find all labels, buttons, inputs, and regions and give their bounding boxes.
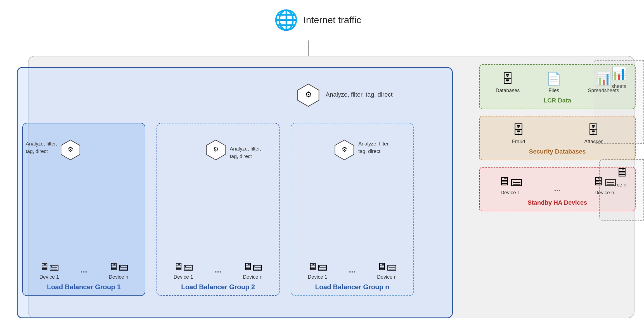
- fraud-db-icon: 🗄: [512, 123, 525, 137]
- lb-group-2: ⚙ Analyze, filter,tag, direct 🖥🖴 Device …: [157, 123, 280, 296]
- standby-device1: 🖥🖴 Device 1: [498, 174, 523, 196]
- lcr-databases: 🗄 Databases: [496, 72, 520, 94]
- lbn-router: ⚙: [333, 139, 356, 162]
- right-edge-box2: 🖥 ce n: [599, 159, 644, 221]
- right-edge-sheet-label: sheets: [611, 83, 626, 89]
- lb1-title: Load Balancer Group 1: [23, 283, 145, 291]
- lbn-devicen-icon: 🖥🖴: [377, 261, 397, 273]
- lb2-devicen-icon: 🖥🖴: [243, 261, 263, 273]
- diagram-container: 🌐 Internet traffic ⚙ Analyze, filter, ta…: [0, 0, 644, 325]
- security-title: Security Databases: [485, 148, 629, 155]
- lcr-db-icon: 🗄: [501, 72, 514, 86]
- lb2-router: ⚙: [205, 139, 227, 162]
- top-router-hex: ⚙: [296, 83, 321, 108]
- right-edge-sheet-icon: 📊: [611, 66, 627, 81]
- standby-dots: ...: [554, 184, 560, 196]
- lb2-device1: 🖥🖴 Device 1: [173, 261, 193, 280]
- svg-text:⚙: ⚙: [213, 146, 219, 153]
- right-edge-device-label: ce n: [617, 182, 626, 188]
- lb1-device1: 🖥🖴 Device 1: [39, 261, 59, 280]
- right-edge-content1: 📊 sheets: [594, 61, 643, 95]
- lb2-router-label: Analyze, filter,tag, direct: [230, 145, 261, 160]
- lb1-devices: 🖥🖴 Device 1 ... 🖥🖴 Device n: [23, 261, 145, 280]
- lb2-devicen: 🖥🖴 Device n: [243, 261, 263, 280]
- lb1-devicen: 🖥🖴 Device n: [108, 261, 129, 280]
- lbn-device1-icon: 🖥🖴: [307, 261, 328, 273]
- right-edge-content2: 🖥 ce n: [600, 160, 643, 193]
- security-fraud: 🗄 Fraud: [512, 123, 525, 145]
- lcr-files: 📄 Files: [546, 71, 562, 94]
- lbn-router-label: Analyze, filter,tag, direct: [358, 140, 390, 155]
- lb-group-n: ⚙ Analyze, filter,tag, direct 🖥🖴 Device …: [291, 123, 414, 296]
- lb-group-1: ⚙ Analyze, filter,tag, direct 🖥🖴 Device …: [22, 123, 145, 296]
- internet-section: 🌐 Internet traffic: [274, 8, 361, 31]
- lbn-devicen: 🖥🖴 Device n: [377, 261, 397, 280]
- lbn-title: Load Balancer Group n: [291, 283, 413, 291]
- top-router-label: Analyze, filter, tag, direct: [326, 91, 393, 98]
- lbn-dots: ...: [349, 266, 355, 280]
- lbn-devices: 🖥🖴 Device 1 ... 🖥🖴 Device n: [291, 261, 413, 280]
- right-edge-device-icon: 🖥: [615, 165, 628, 179]
- lb1-devicen-icon: 🖥🖴: [108, 261, 129, 273]
- internet-label: Internet traffic: [303, 15, 361, 25]
- lcr-file-icon: 📄: [546, 71, 562, 86]
- internet-icon: 🌐: [274, 8, 298, 31]
- lb1-dots: ...: [80, 266, 87, 280]
- svg-text:⚙: ⚙: [342, 146, 347, 153]
- svg-text:⚙: ⚙: [68, 146, 74, 153]
- lb2-devices: 🖥🖴 Device 1 ... 🖥🖴 Device n: [157, 261, 279, 280]
- lb1-router: ⚙: [59, 139, 82, 162]
- lb1-router-label: Analyze, filter,tag, direct: [26, 140, 57, 155]
- standby-device1-icon: 🖥🖴: [498, 174, 523, 188]
- lb2-dots: ...: [215, 266, 221, 280]
- lb2-title: Load Balancer Group 2: [157, 283, 279, 291]
- main-content: 🌐 Internet traffic ⚙ Analyze, filter, ta…: [0, 0, 644, 325]
- lb2-device1-icon: 🖥🖴: [173, 261, 193, 273]
- lb1-device1-icon: 🖥🖴: [39, 261, 59, 273]
- top-router: ⚙: [296, 83, 321, 109]
- right-edge-box1: 📊 sheets: [594, 60, 644, 144]
- lbn-device1: 🖥🖴 Device 1: [307, 261, 328, 280]
- svg-text:⚙: ⚙: [305, 90, 312, 99]
